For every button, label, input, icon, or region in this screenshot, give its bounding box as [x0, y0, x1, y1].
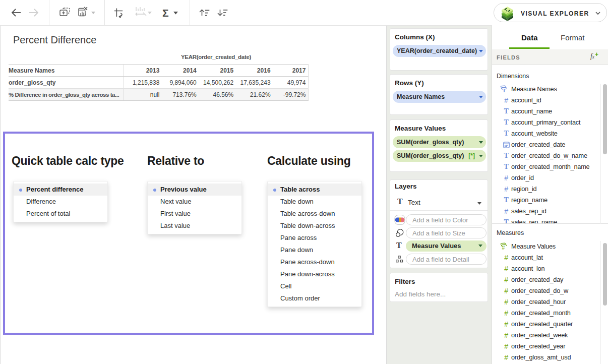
svg-text:#: #: [502, 245, 505, 250]
svg-text:T: T: [502, 88, 506, 93]
svg-text:Σ: Σ: [162, 7, 169, 19]
